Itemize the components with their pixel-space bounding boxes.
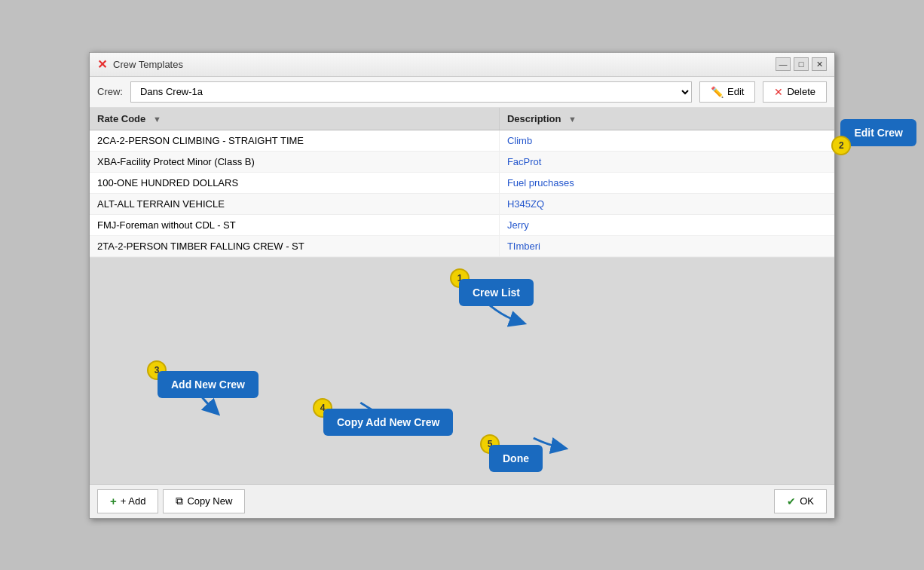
badge-2: 2 — [831, 136, 851, 155]
title-bar: ✕ Crew Templates — □ ✕ — [90, 53, 834, 77]
table-header-row: Rate Code ▼ Description ▼ — [90, 108, 834, 130]
badge-1: 1 — [450, 268, 470, 288]
badge-3: 3 — [147, 360, 167, 380]
main-window: ✕ Crew Templates — □ ✕ Crew: Dans Crew-1… — [89, 52, 835, 519]
rate-code-cell: ALT-ALL TERRAIN VEHICLE — [90, 193, 499, 214]
rate-code-cell: 2CA-2-PERSON CLIMBING - STRAIGHT TIME — [90, 130, 499, 151]
badge-4: 4 — [313, 398, 332, 418]
app-icon: ✕ — [97, 57, 107, 72]
maximize-button[interactable]: □ — [794, 57, 809, 71]
table-row[interactable]: 100-ONE HUNDRED DOLLARSFuel pruchases — [90, 172, 834, 193]
copy-new-icon: ⧉ — [176, 495, 183, 507]
add-button[interactable]: + + Add — [97, 489, 158, 513]
col-rate-code[interactable]: Rate Code ▼ — [90, 108, 499, 130]
close-button[interactable]: ✕ — [812, 57, 827, 71]
delete-icon: ✕ — [774, 86, 783, 98]
table-row[interactable]: XBA-Facility Protect Minor (Class B)FacP… — [90, 151, 834, 172]
copy-add-new-crew-tooltip: Copy Add New Crew — [323, 409, 453, 436]
crew-dropdown[interactable]: Dans Crew-1a — [130, 81, 692, 103]
description-cell: TImberi — [499, 235, 834, 256]
filter-desc-icon[interactable]: ▼ — [568, 115, 577, 124]
rate-code-cell: FMJ-Foreman without CDL - ST — [90, 214, 499, 235]
ok-button[interactable]: ✔ OK — [774, 489, 827, 513]
rate-code-cell: 2TA-2-PERSON TIMBER FALLING CREW - ST — [90, 235, 499, 256]
filter-rate-icon[interactable]: ▼ — [153, 115, 161, 124]
toolbar: Crew: Dans Crew-1a ✏️ Edit ✕ Delete — [90, 77, 834, 108]
copy-new-button[interactable]: ⧉ Copy New — [163, 489, 245, 513]
title-bar-left: ✕ Crew Templates — [97, 57, 183, 72]
table-row[interactable]: FMJ-Foreman without CDL - STJerry — [90, 214, 834, 235]
window-title: Crew Templates — [113, 59, 183, 70]
description-cell: H345ZQ — [499, 193, 834, 214]
table-row[interactable]: 2TA-2-PERSON TIMBER FALLING CREW - STTIm… — [90, 235, 834, 256]
bottom-left-buttons: + + Add ⧉ Copy New — [97, 489, 245, 513]
description-cell: Jerry — [499, 214, 834, 235]
window-controls: — □ ✕ — [776, 57, 827, 71]
description-cell: FacProt — [499, 151, 834, 172]
main-content-area: 1 Crew List 3 Add New Crew 4 Copy Add Ne… — [90, 258, 834, 484]
add-icon: + — [110, 495, 117, 507]
rate-code-table: Rate Code ▼ Description ▼ 2CA-2-PERSON C… — [90, 108, 834, 258]
col-description[interactable]: Description ▼ — [499, 108, 834, 130]
minimize-button[interactable]: — — [776, 57, 791, 71]
ok-icon: ✔ — [787, 495, 796, 507]
badge-5: 5 — [480, 434, 500, 454]
table-row[interactable]: ALT-ALL TERRAIN VEHICLEH345ZQ — [90, 193, 834, 214]
copy-new-label: Copy New — [187, 495, 232, 507]
rate-code-cell: XBA-Facility Protect Minor (Class B) — [90, 151, 499, 172]
rate-code-cell: 100-ONE HUNDRED DOLLARS — [90, 172, 499, 193]
description-cell: Fuel pruchases — [499, 172, 834, 193]
add-new-crew-tooltip: Add New Crew — [158, 371, 259, 398]
annotations-svg — [90, 258, 834, 484]
edit-crew-tooltip: Edit Crew — [840, 119, 916, 146]
delete-button[interactable]: ✕ Delete — [763, 81, 827, 103]
bottom-bar: + + Add ⧉ Copy New ✔ OK — [90, 484, 834, 518]
crew-list-tooltip: Crew List — [459, 279, 534, 306]
edit-icon: ✏️ — [711, 86, 724, 98]
add-label: + Add — [121, 495, 146, 507]
description-cell: Climb — [499, 130, 834, 151]
edit-crew-tooltip-container: Edit Crew 2 — [840, 119, 916, 146]
table-row[interactable]: 2CA-2-PERSON CLIMBING - STRAIGHT TIMECli… — [90, 130, 834, 151]
crew-label: Crew: — [97, 86, 123, 97]
edit-button[interactable]: ✏️ Edit — [699, 81, 755, 103]
ok-label: OK — [800, 495, 814, 507]
